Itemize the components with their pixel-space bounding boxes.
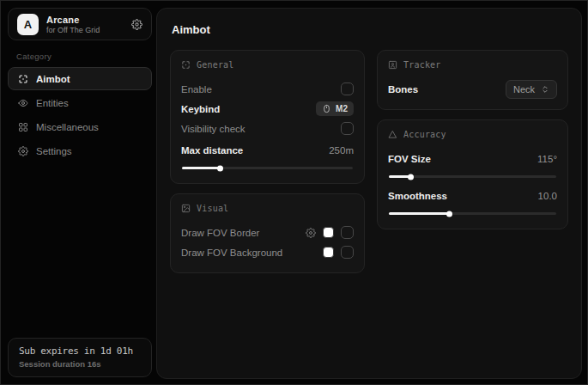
- smoothness-label: Smoothness: [388, 191, 447, 201]
- sidebar-item-entities[interactable]: Entities: [8, 91, 152, 114]
- sidebar-item-label: Miscellaneous: [36, 122, 99, 132]
- max-distance-value: 250m: [329, 145, 354, 156]
- keybind-label: Keybind: [181, 104, 220, 114]
- slider-fill: [182, 167, 220, 169]
- fov-size-slider[interactable]: [389, 173, 556, 180]
- tracker-card-header: Tracker: [388, 60, 557, 70]
- slider-thumb[interactable]: [408, 174, 414, 180]
- sidebar-item-label: Settings: [36, 146, 72, 156]
- app-window: { "app": { "logo_letter": "A", "name": "…: [0, 0, 588, 385]
- gear-icon[interactable]: [131, 19, 142, 30]
- visual-card: Visual Draw FOV Border Draw FOV Backgrou…: [170, 193, 365, 273]
- card-title: Tracker: [403, 60, 441, 70]
- general-card: General Enable Keybind M2 V: [170, 50, 365, 184]
- slider-thumb[interactable]: [217, 165, 223, 171]
- app-subtitle: for Off The Grid: [46, 26, 100, 34]
- bones-label: Bones: [388, 84, 418, 95]
- fov-size-row: FOV Size 115°: [388, 149, 557, 168]
- triangle-icon: [388, 130, 397, 139]
- visibility-check-row: Visibility check: [181, 119, 354, 138]
- sidebar-nav: Aimbot Entities Miscellaneous Settings: [8, 67, 152, 163]
- fov-border-color-swatch[interactable]: [323, 227, 334, 238]
- bones-row: Bones Neck: [388, 79, 557, 99]
- fov-border-row: Draw FOV Border: [181, 223, 354, 242]
- main-panel: Aimbot General Enable Keybind: [156, 8, 582, 379]
- bones-value: Neck: [513, 84, 535, 95]
- crosshair-icon: [18, 74, 28, 84]
- slider-fill: [389, 212, 449, 215]
- eye-icon: [18, 98, 28, 108]
- sidebar-item-miscellaneous[interactable]: Miscellaneous: [8, 115, 152, 138]
- app-logo: A: [17, 14, 39, 35]
- max-distance-label: Max distance: [181, 145, 243, 156]
- app-header: A Arcane for Off The Grid: [8, 8, 152, 40]
- session-duration-text: Session duration 16s: [19, 359, 141, 369]
- enable-label: Enable: [181, 84, 212, 95]
- enable-row: Enable: [181, 79, 354, 99]
- smoothness-slider[interactable]: [389, 210, 556, 217]
- grid-icon: [18, 122, 28, 132]
- app-meta: Arcane for Off The Grid: [46, 15, 100, 34]
- accuracy-card: Accuracy FOV Size 115° Smoothness 10.0: [377, 119, 568, 229]
- sidebar-item-settings[interactable]: Settings: [8, 139, 152, 162]
- gear-icon: [18, 146, 28, 156]
- fov-background-label: Draw FOV Background: [181, 248, 282, 258]
- category-label: Category: [16, 52, 152, 61]
- enable-checkbox[interactable]: [341, 82, 354, 95]
- sidebar-item-label: Entities: [36, 98, 69, 108]
- card-title: Visual: [197, 204, 228, 213]
- sidebar: A Arcane for Off The Grid Category Aimbo…: [8, 8, 152, 377]
- gear-icon[interactable]: [306, 228, 316, 238]
- keybind-badge[interactable]: M2: [316, 101, 354, 116]
- smoothness-value: 10.0: [538, 191, 557, 201]
- card-title: General: [197, 60, 234, 70]
- slider-track[interactable]: [389, 212, 556, 215]
- crosshair-icon: [181, 60, 191, 70]
- image-icon: [181, 204, 191, 213]
- max-distance-row: Max distance 250m: [181, 140, 354, 160]
- slider-fill: [389, 175, 410, 178]
- visibility-check-label: Visibility check: [181, 124, 246, 134]
- app-name: Arcane: [46, 15, 100, 25]
- visual-card-header: Visual: [181, 204, 354, 213]
- general-card-header: General: [181, 60, 354, 70]
- slider-track[interactable]: [389, 175, 556, 178]
- fov-background-checkbox[interactable]: [341, 246, 354, 259]
- max-distance-slider[interactable]: [182, 164, 353, 172]
- page-title: Aimbot: [172, 23, 568, 36]
- card-title: Accuracy: [403, 130, 446, 139]
- visibility-check-checkbox[interactable]: [341, 122, 354, 135]
- fov-background-color-swatch[interactable]: [323, 247, 334, 258]
- accuracy-card-header: Accuracy: [388, 130, 557, 139]
- mouse-icon: [322, 104, 331, 113]
- person-frame-icon: [388, 60, 397, 70]
- sub-expiry-text: Sub expires in 1d 01h: [19, 345, 141, 357]
- fov-size-label: FOV Size: [388, 154, 431, 164]
- tracker-card: Tracker Bones Neck: [377, 50, 568, 110]
- bones-select[interactable]: Neck: [506, 80, 557, 99]
- fov-size-value: 115°: [537, 154, 557, 164]
- subscription-info: Sub expires in 1d 01h Session duration 1…: [8, 338, 152, 377]
- keybind-row: Keybind M2: [181, 99, 354, 119]
- sidebar-item-aimbot[interactable]: Aimbot: [8, 67, 152, 90]
- smoothness-row: Smoothness 10.0: [388, 186, 557, 205]
- fov-border-label: Draw FOV Border: [181, 228, 259, 238]
- updown-icon: [541, 85, 549, 94]
- keybind-value: M2: [336, 104, 348, 113]
- slider-thumb[interactable]: [446, 211, 452, 217]
- fov-background-row: Draw FOV Background: [181, 242, 354, 262]
- sidebar-item-label: Aimbot: [36, 74, 70, 84]
- fov-border-checkbox[interactable]: [341, 226, 354, 239]
- slider-track[interactable]: [182, 167, 353, 169]
